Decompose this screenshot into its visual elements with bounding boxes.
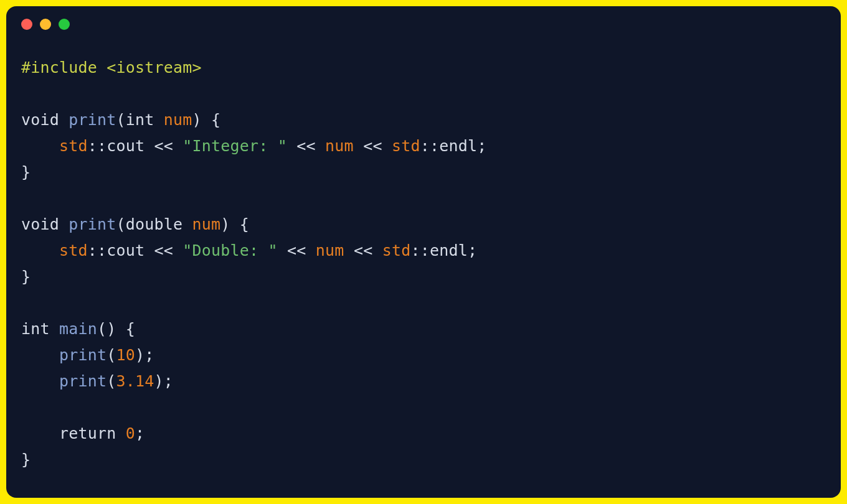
- namespace: std: [59, 137, 88, 155]
- function-name: print: [69, 215, 116, 233]
- stream-op: <<: [144, 241, 182, 259]
- return-type: int: [21, 320, 50, 338]
- semicolon: ;: [477, 137, 486, 155]
- param-name: num: [192, 215, 221, 233]
- param-type: int: [126, 111, 154, 129]
- paren-close-brace: ) {: [192, 111, 221, 129]
- number-literal: 10: [116, 346, 136, 364]
- preprocessor-directive: #include: [21, 58, 97, 77]
- number-literal: 3.14: [116, 372, 154, 390]
- namespace: std: [382, 241, 411, 259]
- cout: cout: [106, 137, 144, 155]
- semicolon: ;: [468, 241, 477, 259]
- paren-open: (: [106, 346, 116, 364]
- endl: endl: [439, 137, 477, 155]
- include-header: <iostream>: [97, 58, 202, 77]
- endl: endl: [430, 241, 468, 259]
- paren-open: (: [116, 111, 126, 129]
- namespace: std: [392, 137, 420, 155]
- function-call: print: [59, 372, 106, 390]
- code-editor-window: #include <iostream> void print(int num) …: [6, 6, 841, 498]
- indent: [21, 346, 59, 364]
- cout: cout: [106, 241, 144, 259]
- paren-open: (: [106, 372, 116, 390]
- code-content: #include <iostream> void print(int num) …: [6, 30, 841, 488]
- stream-op: <<: [287, 137, 325, 155]
- function-call: print: [59, 346, 106, 364]
- return-keyword: return: [59, 424, 116, 442]
- number-literal: 0: [116, 424, 136, 442]
- brace-close: }: [21, 268, 31, 286]
- scope-op: ::: [410, 241, 430, 259]
- return-type: void: [21, 215, 59, 233]
- return-type: void: [21, 111, 59, 129]
- stream-op: <<: [278, 241, 316, 259]
- variable: num: [316, 241, 344, 259]
- variable: num: [325, 137, 354, 155]
- string-literal: "Double: ": [182, 241, 278, 259]
- function-name: main: [59, 320, 97, 338]
- indent: [21, 424, 59, 442]
- function-name: print: [69, 111, 116, 129]
- minimize-icon[interactable]: [40, 19, 51, 30]
- param-name: num: [164, 111, 192, 129]
- paren-close-semi: );: [135, 346, 154, 364]
- scope-op: ::: [88, 137, 107, 155]
- stream-op: <<: [354, 137, 392, 155]
- window-controls: [6, 6, 841, 30]
- scope-op: ::: [88, 241, 107, 259]
- scope-op: ::: [420, 137, 440, 155]
- namespace: std: [59, 241, 88, 259]
- maximize-icon[interactable]: [59, 19, 70, 30]
- stream-op: <<: [344, 241, 382, 259]
- stream-op: <<: [144, 137, 182, 155]
- close-icon[interactable]: [21, 19, 32, 30]
- indent: [21, 241, 59, 259]
- param-type: double: [126, 215, 183, 233]
- indent: [21, 372, 59, 390]
- paren-open: (: [116, 215, 126, 233]
- paren-close-semi: );: [154, 372, 174, 390]
- semicolon: ;: [135, 424, 144, 442]
- string-literal: "Integer: ": [182, 137, 287, 155]
- parens-brace: () {: [97, 320, 135, 338]
- brace-close: }: [21, 163, 31, 181]
- brace-close: }: [21, 450, 31, 469]
- paren-close-brace: ) {: [220, 215, 249, 233]
- indent: [21, 137, 59, 155]
